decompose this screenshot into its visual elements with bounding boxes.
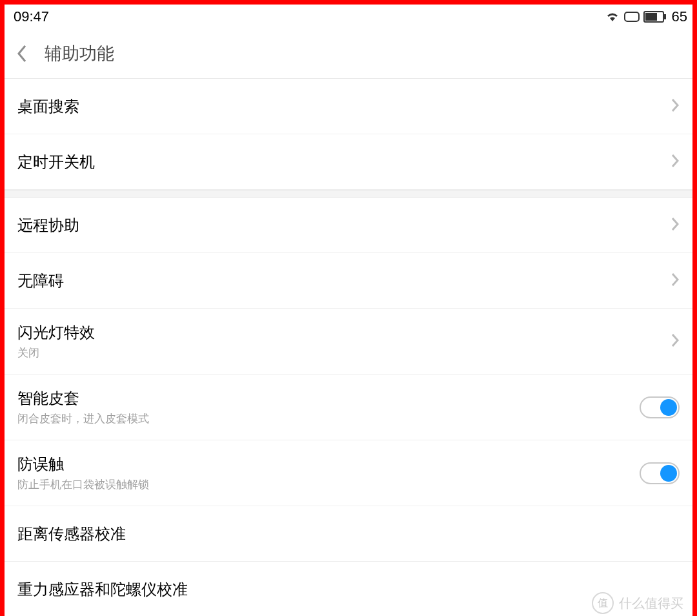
- group-separator: [5, 190, 692, 198]
- row-label: 无障碍: [17, 271, 671, 291]
- row-label: 距离传感器校准: [17, 524, 680, 544]
- signal-icon: [624, 12, 640, 22]
- chevron-right-icon: [671, 98, 680, 116]
- chevron-right-icon: [671, 216, 680, 234]
- row-label: 远程协助: [17, 215, 671, 236]
- chevron-right-icon: [671, 153, 680, 171]
- svg-rect-0: [625, 12, 639, 21]
- battery-level: 65: [672, 8, 687, 25]
- row-label: 桌面搜索: [17, 96, 671, 117]
- row-label: 智能皮套: [17, 388, 640, 409]
- clock: 09:47: [14, 8, 49, 25]
- row-proximity-calibration[interactable]: 距离传感器校准: [5, 506, 692, 562]
- row-sublabel: 防止手机在口袋被误触解锁: [17, 477, 640, 492]
- left-phone: 09:47 65 辅助功能 桌面搜索 定时开关机 远程协助 无障碍: [5, 5, 692, 616]
- row-desktop-search[interactable]: 桌面搜索: [5, 79, 692, 134]
- toggle-smart-cover[interactable]: [640, 396, 680, 418]
- row-smart-cover[interactable]: 智能皮套 闭合皮套时，进入皮套模式: [5, 375, 692, 440]
- nav-header: 辅助功能: [5, 29, 692, 78]
- svg-rect-2: [645, 13, 657, 21]
- row-pocket-mode[interactable]: 防误触 防止手机在口袋被误触解锁: [5, 440, 692, 506]
- row-sublabel: 闭合皮套时，进入皮套模式: [17, 411, 640, 426]
- status-icons: 65: [605, 8, 687, 25]
- settings-list: 桌面搜索 定时开关机 远程协助 无障碍 闪光灯特效 关闭 智能皮套: [5, 78, 692, 616]
- row-accessibility[interactable]: 无障碍: [5, 253, 692, 309]
- row-label: 防误触: [17, 454, 640, 475]
- chevron-right-icon: [671, 272, 680, 290]
- row-flash-effect[interactable]: 闪光灯特效 关闭: [5, 309, 692, 375]
- chevron-left-icon: [16, 44, 28, 63]
- svg-rect-3: [664, 14, 666, 19]
- page-title: 辅助功能: [45, 42, 114, 65]
- wifi-icon: [605, 11, 620, 23]
- row-label: 定时开关机: [17, 152, 671, 172]
- row-remote-assist[interactable]: 远程协助: [5, 198, 692, 253]
- toggle-pocket-mode[interactable]: [640, 462, 680, 484]
- row-label: 重力感应器和陀螺仪校准: [17, 579, 680, 600]
- back-button[interactable]: [14, 45, 30, 62]
- status-bar: 09:47 65: [5, 5, 692, 29]
- row-label: 闪光灯特效: [17, 322, 671, 343]
- battery-icon: [643, 11, 667, 23]
- row-sublabel: 关闭: [17, 345, 671, 360]
- chevron-right-icon: [671, 333, 680, 351]
- row-gyro-calibration[interactable]: 重力感应器和陀螺仪校准: [5, 562, 692, 616]
- row-scheduled-power[interactable]: 定时开关机: [5, 134, 692, 190]
